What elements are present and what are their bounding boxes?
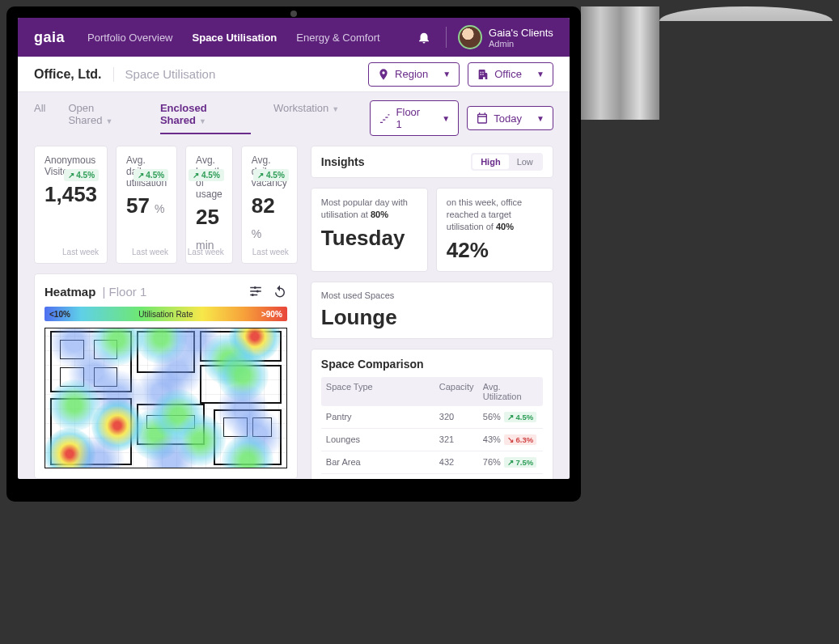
kpi-sublabel: Last week (132, 248, 168, 256)
floor-label: Floor 1 (396, 106, 428, 130)
insights-toggle: High Low (471, 153, 543, 171)
tab[interactable]: Open Shared▼ (68, 102, 137, 134)
insight-value: Lounge (321, 305, 543, 330)
kpi-value: 82 % (252, 193, 287, 244)
nav-items: Portfolio OverviewSpace UtilisationEnerg… (87, 32, 400, 44)
kpi-sublabel: Last week (252, 248, 289, 256)
insight-label: Most used Spaces (321, 290, 543, 300)
stairs-icon (379, 112, 391, 125)
chevron-down-icon: ▼ (105, 117, 112, 125)
comparison-title: Space Comparison (321, 358, 543, 371)
legend-label: Utilisation Rate (138, 310, 193, 319)
brand-logo: gaia (34, 29, 65, 46)
table-row: Bar Area43276%↗ 7.5% (321, 451, 543, 474)
delta-chip: ↗ 4.5% (504, 412, 536, 422)
avatar[interactable] (458, 25, 482, 49)
insight-value: Tuesday (321, 226, 417, 251)
bell-icon[interactable] (417, 30, 431, 44)
nav-item[interactable]: Portfolio Overview (87, 32, 172, 44)
heatmap-legend: <10% Utilisation Rate >90% (44, 307, 287, 321)
floor-dropdown[interactable]: Floor 1 ▼ (370, 100, 459, 136)
insight-text: on this week, office reached a target ut… (447, 197, 543, 233)
date-label: Today (494, 112, 522, 125)
delta-chip: ↘ 6.3% (504, 434, 536, 445)
delta-chip: ↗ 4.5% (189, 169, 224, 181)
table-row: Breakout Area43552%↘ 8.3% (321, 474, 543, 479)
delta-chip: ↗ 4.5% (133, 169, 169, 181)
top-nav: gaia Portfolio OverviewSpace Utilisation… (18, 18, 570, 57)
kpi-value: 1,453 (44, 182, 97, 207)
svg-point-0 (252, 294, 254, 296)
user-block[interactable]: Gaia's Clients Admin (489, 27, 553, 49)
breadcrumb: Space Utilisation (125, 67, 216, 81)
table-row: Pantry32056%↗ 4.5% (321, 406, 543, 429)
building-icon (477, 68, 489, 81)
date-dropdown[interactable]: Today ▼ (467, 106, 553, 130)
cell-utilization: 56%↗ 4.5% (483, 412, 538, 422)
svg-point-1 (256, 290, 259, 293)
cell-capacity: 432 (439, 457, 483, 467)
svg-point-2 (254, 286, 256, 289)
tabs-row: AllOpen Shared▼Enclosed Shared▼Workstati… (18, 92, 570, 141)
insights-toggle-high[interactable]: High (472, 155, 508, 169)
insights-title: Insights (321, 155, 471, 168)
cell-utilization: 43%↘ 6.3% (483, 434, 538, 445)
tabs: AllOpen Shared▼Enclosed Shared▼Workstati… (34, 102, 362, 134)
calendar-icon (476, 112, 489, 125)
company-name: Office, Ltd. (34, 67, 114, 82)
insight-popular-day: Most popular day with utilisation at 80%… (311, 188, 428, 272)
space-comparison: Space Comparison Space Type Capacity Avg… (311, 349, 553, 479)
user-role: Admin (489, 39, 553, 49)
divider (446, 27, 447, 48)
cell-space-type: Lounges (326, 434, 439, 444)
tab[interactable]: Workstation▼ (273, 102, 339, 134)
office-label: Office (494, 68, 522, 80)
floorplan-heatmap[interactable] (44, 328, 287, 468)
legend-high: >90% (261, 310, 282, 319)
kpi-sublabel: Last week (62, 248, 99, 256)
cell-utilization: 76%↗ 7.5% (483, 457, 538, 468)
col-utilization: Avg. Utilization (483, 382, 538, 401)
cell-space-type: Pantry (326, 412, 439, 422)
user-name: Gaia's Clients (489, 27, 553, 39)
legend-low: <10% (49, 310, 70, 319)
chevron-down-icon: ▼ (536, 70, 545, 78)
region-dropdown[interactable]: Region ▼ (368, 62, 460, 87)
nav-item[interactable]: Space Utilisation (193, 32, 278, 44)
heatmap-title: Heatmap (44, 285, 95, 299)
refresh-icon[interactable] (273, 284, 287, 299)
region-label: Region (395, 68, 428, 80)
nav-item[interactable]: Energy & Comfort (296, 32, 379, 44)
insight-most-used: Most used Spaces Lounge (311, 282, 553, 339)
cell-space-type: Bar Area (326, 457, 439, 467)
tab[interactable]: All (34, 102, 45, 134)
settings-icon[interactable] (248, 284, 263, 299)
insight-target: on this week, office reached a target ut… (436, 188, 553, 272)
kpi-card: Avg. daily utilisation57 %↗ 4.5%Last wee… (116, 146, 177, 264)
chevron-down-icon: ▼ (536, 114, 545, 123)
kpi-cards: Anonymous Visitors1,453↗ 4.5%Last weekAv… (34, 146, 298, 264)
chevron-down-icon: ▼ (332, 105, 339, 113)
table-header: Space Type Capacity Avg. Utilization (321, 377, 543, 406)
kpi-card: Avg. daily vacancy82 %↗ 4.5%Last week (241, 146, 298, 264)
chevron-down-icon: ▼ (442, 114, 450, 123)
delta-chip: ↗ 7.5% (504, 457, 536, 468)
tab[interactable]: Enclosed Shared▼ (160, 102, 251, 134)
kpi-sublabel: Last week (188, 248, 224, 256)
chevron-down-icon: ▼ (199, 117, 206, 125)
insight-value: 42% (447, 238, 543, 263)
chevron-down-icon: ▼ (443, 70, 451, 78)
col-space-type: Space Type (326, 382, 439, 401)
subheader: Office, Ltd. Space Utilisation Region ▼ … (18, 57, 570, 92)
delta-chip: ↗ 4.5% (64, 169, 100, 181)
heatmap-subtitle: | Floor 1 (99, 285, 146, 299)
insights-header: Insights High Low (311, 146, 553, 178)
table-row: Lounges32143%↘ 6.3% (321, 429, 543, 451)
delta-chip: ↗ 4.5% (253, 169, 289, 181)
cell-capacity: 321 (439, 434, 483, 444)
kpi-card: Avg. length of usage25 min↗ 4.5%Last wee… (185, 146, 233, 264)
office-dropdown[interactable]: Office ▼ (468, 62, 553, 87)
insights-toggle-low[interactable]: Low (509, 155, 541, 169)
heatmap-card: Heatmap | Floor 1 <10% Utilisation Rate … (34, 273, 298, 479)
col-capacity: Capacity (439, 382, 483, 401)
